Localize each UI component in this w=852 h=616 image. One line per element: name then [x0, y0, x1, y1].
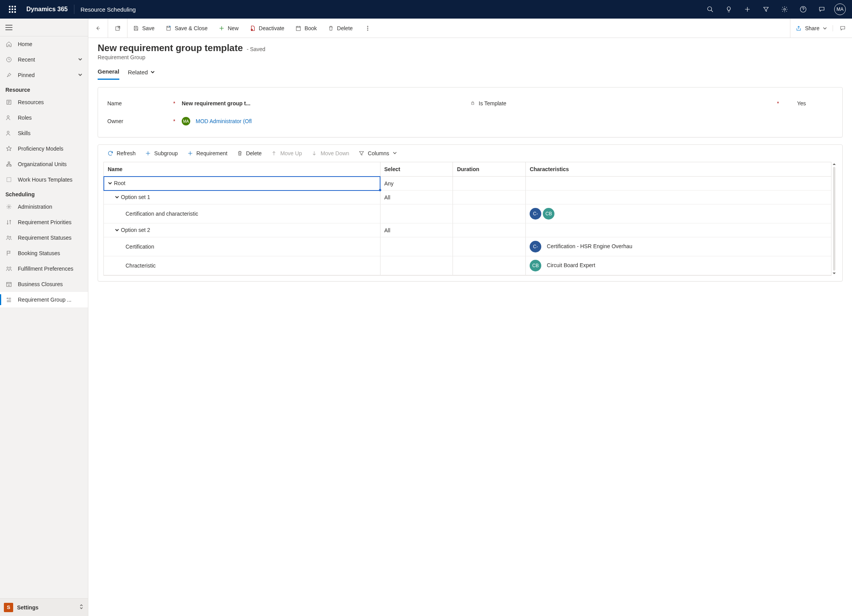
app-launcher-icon[interactable]: [3, 0, 22, 19]
nav-work-hours[interactable]: Work Hours Templates: [0, 172, 88, 187]
cell-characteristics[interactable]: C-Certification - HSR Engine Overhau: [526, 237, 831, 256]
characteristic-chip[interactable]: CB: [543, 208, 554, 220]
delete-button[interactable]: Delete: [322, 19, 358, 38]
deactivate-button[interactable]: Deactivate: [244, 19, 290, 38]
svg-rect-0: [9, 6, 10, 7]
brand-label[interactable]: Dynamics 365: [22, 6, 72, 13]
nav-label: Home: [18, 41, 83, 47]
refresh-button[interactable]: Refresh: [103, 149, 139, 158]
owner-avatar: MA: [182, 117, 190, 125]
entity-name: Requirement Group: [98, 53, 843, 60]
nav-resources[interactable]: Resources: [0, 94, 88, 110]
svg-point-10: [784, 9, 786, 10]
cell-name: Certification: [126, 244, 154, 250]
requirements-grid[interactable]: Name Select Duration Characteristics Roo…: [103, 162, 831, 276]
field-value-template[interactable]: Yes: [797, 100, 806, 106]
nav-pinned[interactable]: Pinned: [0, 67, 88, 83]
plus-icon[interactable]: [738, 0, 757, 19]
grid-row[interactable]: Option set 1All: [104, 190, 831, 204]
scroll-down-icon: [832, 271, 836, 275]
save-button[interactable]: Save: [127, 19, 160, 38]
tab-general[interactable]: General: [98, 66, 119, 80]
cell-characteristics[interactable]: [526, 177, 831, 190]
search-icon[interactable]: [701, 0, 719, 19]
cell-duration[interactable]: [453, 237, 526, 256]
tabs: General Related: [88, 60, 852, 80]
chevron-down-icon[interactable]: [115, 195, 119, 199]
subgroup-button[interactable]: Subgroup: [141, 149, 182, 158]
columns-button[interactable]: Columns: [355, 149, 401, 158]
grid-row[interactable]: CertificationC-Certification - HSR Engin…: [104, 237, 831, 256]
share-button[interactable]: Share: [790, 19, 833, 38]
nav-skills[interactable]: Skills: [0, 125, 88, 141]
cell-characteristics[interactable]: CBCircuit Board Expert: [526, 256, 831, 275]
grid-scrollbar[interactable]: [832, 162, 837, 275]
assistant-icon[interactable]: [812, 0, 831, 19]
nav-section-resource: Resource: [0, 83, 88, 94]
user-avatar[interactable]: MA: [834, 3, 846, 15]
overflow-button[interactable]: [358, 25, 377, 31]
open-new-window-button[interactable]: [108, 19, 127, 38]
nav-roles[interactable]: Roles: [0, 110, 88, 125]
nav-administration[interactable]: Administration: [0, 199, 88, 214]
back-button[interactable]: [88, 19, 108, 38]
cell-select[interactable]: [380, 204, 453, 223]
characteristic-chip[interactable]: CB: [530, 260, 541, 271]
pin-icon: [5, 72, 12, 78]
book-button[interactable]: Book: [290, 19, 322, 38]
grid-row[interactable]: Option set 2All: [104, 223, 831, 237]
gear-icon[interactable]: [775, 0, 794, 19]
cell-select[interactable]: [380, 256, 453, 275]
cell-characteristics[interactable]: C-CB: [526, 204, 831, 223]
cell-duration[interactable]: [453, 256, 526, 275]
cell-select[interactable]: [380, 237, 453, 256]
svg-point-20: [8, 206, 10, 208]
grid-row[interactable]: RootAny: [104, 177, 831, 190]
cell-duration[interactable]: [453, 223, 526, 237]
col-header-select[interactable]: Select: [380, 162, 453, 177]
app-name[interactable]: Resource Scheduling: [76, 6, 141, 13]
grid-row[interactable]: ChracteristicCBCircuit Board Expert: [104, 256, 831, 275]
save-close-button[interactable]: Save & Close: [160, 19, 213, 38]
subgrid-delete-button[interactable]: Delete: [233, 149, 265, 158]
characteristic-chip[interactable]: C-: [530, 208, 541, 220]
filter-icon[interactable]: [757, 0, 775, 19]
cell-duration[interactable]: [453, 177, 526, 190]
chevron-down-icon[interactable]: [115, 228, 119, 232]
svg-point-23: [7, 267, 9, 268]
cell-duration[interactable]: [453, 190, 526, 204]
nav-home[interactable]: Home: [0, 36, 88, 52]
area-switcher[interactable]: S Settings: [0, 598, 88, 616]
field-value-name[interactable]: New requirement group t...: [182, 100, 250, 106]
nav-req-priorities[interactable]: Requirement Priorities: [0, 214, 88, 230]
nav-booking-statuses[interactable]: Booking Statuses: [0, 245, 88, 261]
chevron-down-icon[interactable]: [108, 181, 112, 185]
cell-characteristics[interactable]: [526, 190, 831, 204]
cell-select[interactable]: Any: [380, 177, 453, 190]
field-value-owner[interactable]: MOD Administrator (Ofl: [196, 118, 252, 124]
nav-req-group[interactable]: Requirement Group ...: [0, 292, 88, 307]
svg-point-30: [367, 26, 368, 27]
nav-recent[interactable]: Recent: [0, 52, 88, 67]
assist-pane-button[interactable]: [833, 25, 852, 31]
cell-characteristics[interactable]: [526, 223, 831, 237]
nav-req-statuses[interactable]: Requirement Statuses: [0, 230, 88, 245]
tab-related[interactable]: Related: [128, 66, 155, 80]
col-header-characteristics[interactable]: Characteristics: [526, 162, 831, 177]
help-icon[interactable]: [794, 0, 812, 19]
nav-fulfillment[interactable]: Fulfillment Preferences: [0, 261, 88, 276]
lightbulb-icon[interactable]: [719, 0, 738, 19]
requirement-button[interactable]: Requirement: [183, 149, 231, 158]
nav-org-units[interactable]: Organizational Units: [0, 156, 88, 172]
col-header-name[interactable]: Name: [104, 162, 380, 177]
nav-collapse-button[interactable]: [0, 19, 88, 36]
nav-proficiency[interactable]: Proficiency Models: [0, 141, 88, 156]
cell-select[interactable]: All: [380, 190, 453, 204]
nav-business-closures[interactable]: Business Closures: [0, 276, 88, 292]
cell-duration[interactable]: [453, 204, 526, 223]
col-header-duration[interactable]: Duration: [453, 162, 526, 177]
cell-select[interactable]: All: [380, 223, 453, 237]
characteristic-chip[interactable]: C-: [530, 241, 541, 252]
grid-row[interactable]: Certification and characteristicC-CB: [104, 204, 831, 223]
new-button[interactable]: New: [213, 19, 244, 38]
